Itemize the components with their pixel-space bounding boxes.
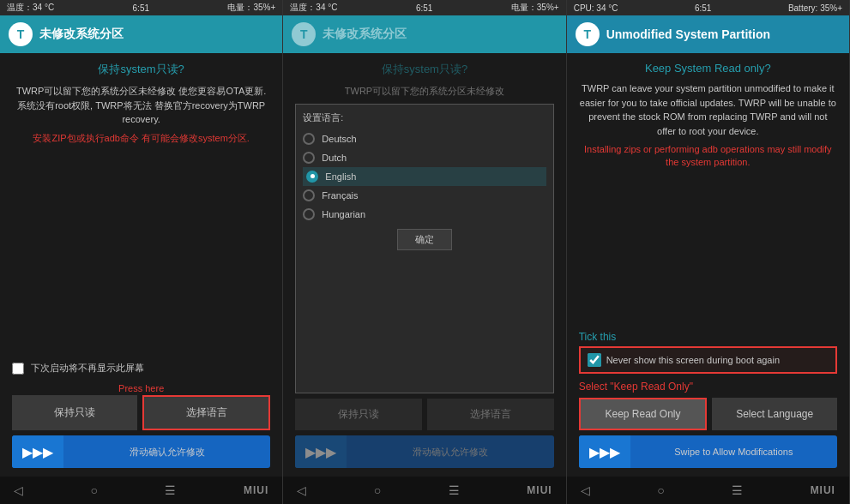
battery-3: Battery: 35%+ [788,3,842,13]
buttons-row-3: Keep Read Only Select Language [579,398,837,430]
status-bar-3: CPU: 34 °C 6:51 Battery: 35%+ [567,0,849,15]
temp-2: 温度：34 °C [290,2,337,14]
buttons-row-1: 保持只读 选择语言 [12,395,270,430]
main-text-1: TWRP可以留下您的系统分区未经修改 使您更容易OTA更新. 系统没有root权… [12,84,270,127]
main-text-2: TWRP可以留下您的系统分区未经修改 [295,84,553,99]
back-icon-3[interactable]: ◁ [581,483,590,497]
never-show-box: Never show this screen during boot again [579,346,837,374]
temp-1: 温度：34 °C [7,2,54,14]
time-2: 6:51 [416,3,432,13]
logo-3: T [576,22,600,46]
lang-item-deutsch[interactable]: Deutsch [303,129,546,148]
swipe-text-3: Swipe to Allow Modifications [630,447,837,457]
title-bar-2: T 未修改系统分区 [283,15,565,53]
miui-logo-2: MIUI [527,484,552,496]
checkbox-area-1: 下次启动将不再显示此屏幕 [12,357,270,380]
back-icon-1[interactable]: ◁ [14,483,23,497]
swipe-bar-3[interactable]: ▶▶▶ Swipe to Allow Modifications [579,435,837,468]
temp-3: CPU: 34 °C [574,3,618,13]
never-show-text: Never show this screen during boot again [606,355,780,365]
home-icon-2[interactable]: ○ [374,483,381,497]
lang-item-hungarian[interactable]: Hungarian [303,205,546,224]
logo-1: T [9,22,33,46]
home-icon-3[interactable]: ○ [657,483,664,497]
select-language-btn-2[interactable]: 选择语言 [427,399,554,430]
content-1: 保持system只读? TWRP可以留下您的系统分区未经修改 使您更容易OTA更… [0,53,282,477]
keep-read-only-btn-3[interactable]: Keep Read Only [579,398,708,430]
main-text-3: TWRP can leave your system partition unm… [579,81,837,138]
radio-hungarian [303,208,315,220]
lang-dialog-title: 设置语言: [303,111,546,124]
swipe-bar-1[interactable]: ▶▶▶ 滑动确认允许修改 [12,435,270,468]
radio-francais [303,189,315,201]
select-keep-readonly-label: Select "Keep Read Only" [579,381,837,393]
lang-confirm-button[interactable]: 确定 [397,229,452,250]
swipe-arrows-1: ▶▶▶ [12,435,63,468]
home-icon-1[interactable]: ○ [91,483,98,497]
bottom-nav-1: ◁ ○ ☰ MIUI [0,477,282,504]
buttons-row-2: 保持只读 选择语言 [295,399,553,430]
title-bar-3: T Unmodified System Partition [567,15,849,53]
select-language-btn-1[interactable]: 选择语言 [142,395,271,430]
status-bar-1: 温度：34 °C 6:51 电量：35%+ [0,0,282,15]
time-3: 6:51 [695,3,711,13]
status-bar-2: 温度：34 °C 6:51 电量：35%+ [283,0,565,15]
menu-icon-3[interactable]: ☰ [732,483,743,497]
back-icon-2[interactable]: ◁ [297,483,306,497]
press-here-label: Press here [12,383,270,393]
language-list: Deutsch Dutch English Français [303,129,546,224]
swipe-bar-2[interactable]: ▶▶▶ 滑动确认允许修改 [295,435,553,468]
miui-logo-3: MIUI [811,484,835,496]
battery-2: 电量：35%+ [511,2,559,14]
lang-item-dutch[interactable]: Dutch [303,148,546,167]
content-2: 保持system只读? TWRP可以留下您的系统分区未经修改 设置语言: Deu… [283,53,565,477]
language-dialog: 设置语言: Deutsch Dutch English [295,104,553,394]
swipe-arrows-2: ▶▶▶ [295,435,347,468]
menu-icon-1[interactable]: ☰ [165,483,176,497]
swipe-text-2: 滑动确认允许修改 [347,446,553,459]
select-language-btn-3[interactable]: Select Language [712,398,837,430]
title-2: 未修改系统分区 [323,27,407,42]
radio-deutsch [303,133,315,145]
keep-read-only-btn-1[interactable]: 保持只读 [12,395,137,430]
checkbox-label-1: 下次启动将不再显示此屏幕 [31,362,144,375]
battery-1: 电量：35%+ [227,2,275,14]
warning-text-1: 安装ZIP包或执行adb命令 有可能会修改system分区. [12,132,270,145]
bottom-nav-2: ◁ ○ ☰ MIUI [283,477,565,504]
swipe-text-1: 滑动确认允许修改 [63,446,270,459]
menu-icon-2[interactable]: ☰ [449,483,460,497]
warning-text-3: Installing zips or performing adb operat… [579,143,837,170]
radio-english [306,171,318,183]
title-bar-1: T 未修改系统分区 [0,15,282,53]
miui-logo-1: MIUI [244,484,268,496]
swipe-arrows-3: ▶▶▶ [579,435,630,468]
title-3: Unmodified System Partition [606,27,770,41]
section-title-2: 保持system只读? [295,62,553,77]
radio-dutch [303,152,315,164]
keep-read-only-btn-2[interactable]: 保持只读 [295,399,422,430]
time-1: 6:51 [133,3,149,13]
content-3: Keep System Read only? TWRP can leave yo… [567,53,849,477]
lang-item-english[interactable]: English [303,167,546,186]
never-show-checkbox-1[interactable] [12,363,24,375]
section-title-1: 保持system只读? [12,62,270,77]
never-show-checkbox-3[interactable] [588,353,601,367]
bottom-nav-3: ◁ ○ ☰ MIUI [567,477,849,504]
title-1: 未修改系统分区 [39,27,124,42]
tick-this-label: Tick this [579,331,837,343]
section-title-3: Keep System Read only? [579,62,837,75]
lang-item-francais[interactable]: Français [303,186,546,205]
logo-2: T [292,22,316,46]
